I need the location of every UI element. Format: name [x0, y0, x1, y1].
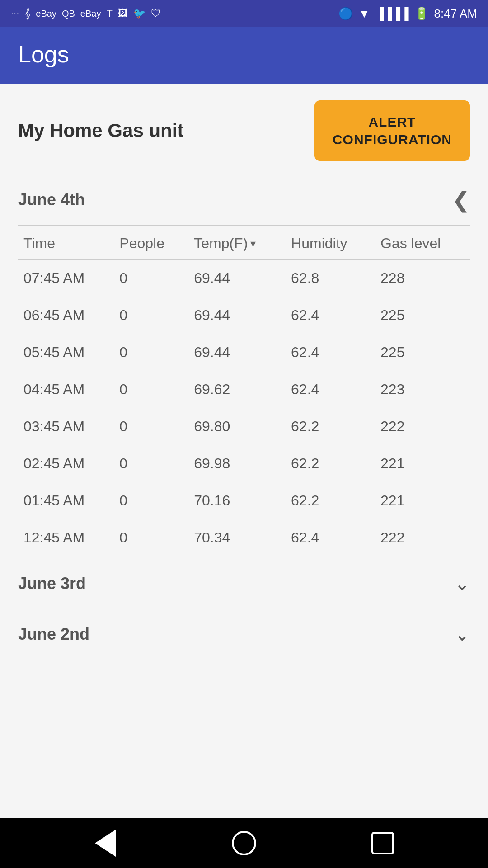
day-section-june4th: June 4th ❮ Time People Temp(F) ▾: [0, 175, 488, 556]
status-bar: ··· 𝄞 eBay QB eBay T 🖼 🐦 🛡 🔵 ▼ ▐▐▐▐ 🔋 8:…: [0, 0, 488, 27]
unit-name: My Home Gas unit: [18, 120, 183, 142]
chevron-down-icon-june2nd: ⌄: [455, 624, 470, 645]
cell-gasLevel-5: 221: [375, 445, 470, 482]
app-title: Logs: [18, 41, 69, 67]
cell-people-3: 0: [114, 371, 188, 408]
col-header-time: Time: [18, 226, 114, 259]
day-label-june2nd: June 2nd: [18, 625, 89, 644]
table-row: 06:45 AM069.4462.4225: [18, 297, 470, 334]
home-circle-icon: [232, 831, 256, 855]
cell-time-3: 04:45 AM: [18, 371, 114, 408]
cell-time-5: 02:45 AM: [18, 445, 114, 482]
cell-humidity-4: 62.2: [286, 408, 375, 445]
cell-gasLevel-2: 225: [375, 334, 470, 371]
cell-people-1: 0: [114, 297, 188, 334]
audio-icon: 𝄞: [24, 8, 30, 19]
cell-humidity-5: 62.2: [286, 445, 375, 482]
main-content: My Home Gas unit ALERTCONFIGURATION June…: [0, 84, 488, 818]
cell-gasLevel-7: 222: [375, 519, 470, 557]
twitter-icon: 🐦: [133, 8, 145, 19]
table-row: 05:45 AM069.4462.4225: [18, 334, 470, 371]
day-header-june3rd[interactable]: June 3rd ⌄: [14, 561, 474, 607]
day-label-june4th: June 4th: [18, 190, 85, 209]
cell-temp-0: 69.44: [188, 259, 286, 297]
col-header-gaslevel: Gas level: [375, 226, 470, 259]
image-icon: 🖼: [118, 8, 128, 19]
battery-icon: 🔋: [414, 7, 429, 21]
cell-people-2: 0: [114, 334, 188, 371]
log-table: Time People Temp(F) ▾ Humidity: [18, 226, 470, 556]
cell-humidity-3: 62.4: [286, 371, 375, 408]
status-bar-left: ··· 𝄞 eBay QB eBay T 🖼 🐦 🛡: [11, 8, 161, 19]
cell-time-4: 03:45 AM: [18, 408, 114, 445]
table-row: 02:45 AM069.9862.2221: [18, 445, 470, 482]
cell-gasLevel-1: 225: [375, 297, 470, 334]
back-button[interactable]: [87, 825, 123, 861]
home-button[interactable]: [226, 825, 262, 861]
log-table-body: 07:45 AM069.4462.822806:45 AM069.4462.42…: [18, 259, 470, 556]
day-header-june4th[interactable]: June 4th ❮: [14, 175, 474, 225]
cell-temp-1: 69.44: [188, 297, 286, 334]
bluetooth-icon: 🔵: [338, 7, 353, 21]
table-header-row: Time People Temp(F) ▾ Humidity: [18, 226, 470, 259]
col-header-humidity: Humidity: [286, 226, 375, 259]
chevron-left-icon: ❮: [452, 187, 470, 212]
back-triangle-icon: [95, 830, 116, 857]
table-row: 12:45 AM070.3462.4222: [18, 519, 470, 557]
recents-square-icon: [371, 832, 394, 854]
table-row: 04:45 AM069.6262.4223: [18, 371, 470, 408]
alert-config-button[interactable]: ALERTCONFIGURATION: [314, 100, 470, 161]
sort-arrow-icon: ▾: [250, 237, 256, 250]
wifi-icon: ▼: [358, 7, 370, 21]
cell-gasLevel-3: 223: [375, 371, 470, 408]
cell-time-1: 06:45 AM: [18, 297, 114, 334]
cell-temp-6: 70.16: [188, 482, 286, 519]
cell-gasLevel-4: 222: [375, 408, 470, 445]
chevron-down-icon-june3rd: ⌄: [455, 573, 470, 594]
menu-icon: ···: [11, 8, 19, 19]
cell-time-2: 05:45 AM: [18, 334, 114, 371]
day-header-june2nd[interactable]: June 2nd ⌄: [14, 611, 474, 657]
cell-people-4: 0: [114, 408, 188, 445]
signal-icon: ▐▐▐▐: [375, 7, 409, 21]
ebay-icon: eBay: [36, 9, 56, 19]
table-row: 03:45 AM069.8062.2222: [18, 408, 470, 445]
cell-humidity-6: 62.2: [286, 482, 375, 519]
qb-icon: QB: [62, 9, 75, 19]
cell-time-6: 01:45 AM: [18, 482, 114, 519]
app-header: Logs: [0, 27, 488, 84]
col-header-temp[interactable]: Temp(F) ▾: [188, 226, 286, 259]
day-label-june3rd: June 3rd: [18, 574, 86, 593]
status-bar-right: 🔵 ▼ ▐▐▐▐ 🔋 8:47 AM: [338, 7, 477, 21]
bottom-nav: [0, 818, 488, 868]
cell-temp-5: 69.98: [188, 445, 286, 482]
day-section-june2nd: June 2nd ⌄: [0, 611, 488, 657]
cell-gasLevel-6: 221: [375, 482, 470, 519]
cell-people-6: 0: [114, 482, 188, 519]
type-icon: T: [106, 8, 112, 19]
cell-humidity-0: 62.8: [286, 259, 375, 297]
table-row: 01:45 AM070.1662.2221: [18, 482, 470, 519]
cell-people-5: 0: [114, 445, 188, 482]
cell-gasLevel-0: 228: [375, 259, 470, 297]
ebay2-icon: eBay: [80, 9, 101, 19]
cell-temp-7: 70.34: [188, 519, 286, 557]
recents-button[interactable]: [365, 825, 401, 861]
cell-people-7: 0: [114, 519, 188, 557]
cell-people-0: 0: [114, 259, 188, 297]
day-section-june3rd: June 3rd ⌄: [0, 561, 488, 607]
cell-time-0: 07:45 AM: [18, 259, 114, 297]
cell-humidity-2: 62.4: [286, 334, 375, 371]
cell-humidity-1: 62.4: [286, 297, 375, 334]
cell-temp-3: 69.62: [188, 371, 286, 408]
shield-icon: 🛡: [151, 8, 161, 19]
unit-row: My Home Gas unit ALERTCONFIGURATION: [0, 84, 488, 175]
table-row: 07:45 AM069.4462.8228: [18, 259, 470, 297]
col-header-people: People: [114, 226, 188, 259]
time-display: 8:47 AM: [434, 7, 477, 21]
cell-time-7: 12:45 AM: [18, 519, 114, 557]
cell-humidity-7: 62.4: [286, 519, 375, 557]
cell-temp-4: 69.80: [188, 408, 286, 445]
cell-temp-2: 69.44: [188, 334, 286, 371]
